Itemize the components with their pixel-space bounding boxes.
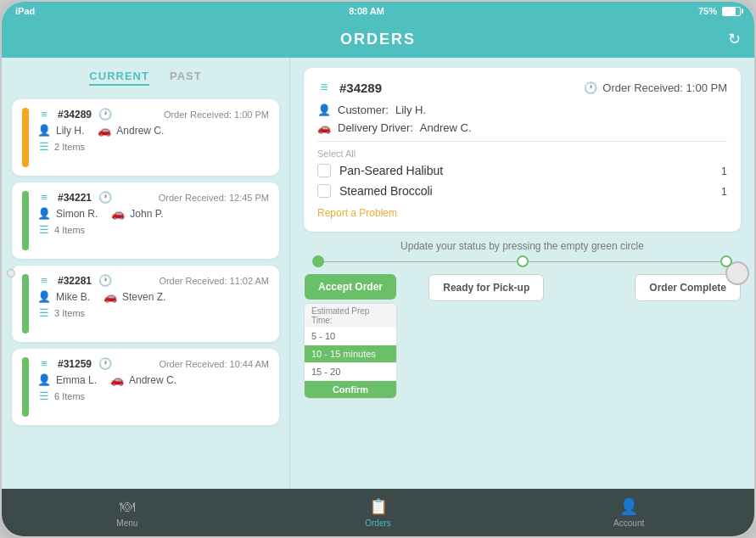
status-bar: iPad 8:08 AM 75% bbox=[2, 2, 754, 20]
items-count-34221: 4 Items bbox=[54, 225, 85, 235]
item-name-0: Pan-Seared Halibut bbox=[339, 164, 443, 177]
order-clock-icon-34221: 🕐 bbox=[98, 191, 112, 204]
tab-current[interactable]: CURRENT bbox=[89, 70, 149, 86]
progress-circle-3[interactable] bbox=[720, 255, 732, 267]
order-time-34289: Order Received: 1:00 PM bbox=[164, 109, 269, 120]
item-row-0[interactable]: Pan-Seared Halibut 1 bbox=[317, 164, 727, 177]
item-checkbox-1[interactable] bbox=[317, 184, 331, 198]
battery-label: 75% bbox=[698, 6, 717, 16]
time-label: 8:08 AM bbox=[349, 6, 384, 16]
ready-for-pickup-button[interactable]: Ready for Pick-up bbox=[428, 274, 544, 301]
order-number-32281: #32281 bbox=[58, 275, 92, 287]
progress-line-1 bbox=[324, 261, 517, 262]
nav-item-orders[interactable]: 📋 Orders bbox=[253, 492, 504, 533]
report-problem-link[interactable]: Report a Problem bbox=[317, 207, 397, 219]
order-number-31259: #31259 bbox=[58, 358, 92, 370]
order-driver-32281: 🚗 Steven Z. bbox=[104, 290, 165, 303]
detail-driver-label: Delivery Driver: bbox=[338, 121, 413, 134]
order-header-row-34221: ≡ #34221 🕐 Order Received: 12:45 PM bbox=[37, 191, 269, 204]
order-time-31259: Order Received: 10:44 AM bbox=[159, 359, 269, 369]
order-doc-icon-34221: ≡ bbox=[37, 191, 51, 204]
prep-time-option-2[interactable]: 15 - 20 bbox=[305, 363, 396, 381]
nav-item-account[interactable]: 👤 Account bbox=[503, 492, 754, 533]
order-number-34289: #34289 bbox=[58, 109, 92, 120]
detail-driver-row: 🚗 Delivery Driver: Andrew C. bbox=[317, 121, 727, 134]
driver-name-34289: Andrew C. bbox=[116, 125, 164, 137]
order-persons-34289: 👤 Lily H. 🚗 Andrew C. bbox=[37, 124, 269, 137]
prep-time-header: Estimated Prep Time: bbox=[305, 304, 396, 328]
nav-label-orders: Orders bbox=[365, 518, 391, 528]
progress-circle-2[interactable] bbox=[517, 255, 529, 267]
status-bar-right: 75% bbox=[698, 6, 741, 16]
order-driver-34221: 🚗 John P. bbox=[111, 207, 163, 220]
items-count-31259: 6 Items bbox=[54, 391, 85, 401]
order-accent-32281 bbox=[22, 274, 29, 333]
app-title: ORDERS bbox=[340, 31, 416, 48]
refresh-icon[interactable]: ↻ bbox=[728, 30, 741, 48]
order-driver-31259: 🚗 Andrew C. bbox=[110, 373, 176, 386]
menu-icon: 🍽 bbox=[120, 498, 135, 516]
status-buttons-container: Accept Order Estimated Prep Time: 5 - 10… bbox=[304, 274, 741, 399]
order-customer-32281: 👤 Mike B. bbox=[37, 290, 90, 303]
app-header: ORDERS ↻ bbox=[2, 20, 754, 58]
order-card-31259[interactable]: ≡ #31259 🕐 Order Received: 10:44 AM 👤 Em… bbox=[12, 349, 279, 425]
detail-doc-icon: ≡ bbox=[317, 80, 331, 95]
confirm-prep-time-button[interactable]: Confirm bbox=[305, 381, 396, 398]
items-count-34289: 2 Items bbox=[54, 142, 85, 152]
orders-icon: 📋 bbox=[369, 497, 388, 516]
order-time-34221: Order Received: 12:45 PM bbox=[159, 193, 269, 203]
person-icon-31259: 👤 bbox=[37, 373, 51, 386]
select-all-label: Select All bbox=[317, 149, 727, 159]
order-header-row-32281: ≡ #32281 🕐 Order Received: 11:02 AM bbox=[37, 274, 269, 287]
order-header-row-34289: ≡ #34289 🕐 Order Received: 1:00 PM bbox=[37, 108, 269, 120]
order-driver-34289: 🚗 Andrew C. bbox=[98, 124, 164, 137]
items-count-32281: 3 Items bbox=[54, 308, 85, 318]
tab-past[interactable]: PAST bbox=[170, 70, 202, 86]
prep-time-option-1[interactable]: 10 - 15 minutes bbox=[305, 345, 396, 363]
item-qty-0: 1 bbox=[721, 165, 727, 177]
customer-name-32281: Mike B. bbox=[56, 291, 90, 303]
order-card-34289[interactable]: ≡ #34289 🕐 Order Received: 1:00 PM 👤 Lil… bbox=[12, 99, 279, 176]
item-row-1[interactable]: Steamed Broccoli 1 bbox=[317, 184, 727, 198]
progress-line-2 bbox=[529, 261, 721, 262]
nav-label-account: Account bbox=[613, 518, 644, 528]
side-button-left[interactable] bbox=[7, 269, 15, 277]
list-icon-32281: ☰ bbox=[37, 306, 51, 319]
left-panel: CURRENT PAST ≡ #34289 🕐 Order Received: … bbox=[2, 58, 290, 489]
divider-1 bbox=[317, 141, 727, 142]
order-accent-31259 bbox=[22, 357, 29, 417]
order-items-34221: ☰ 4 Items bbox=[37, 223, 269, 236]
item-checkbox-0[interactable] bbox=[317, 164, 331, 177]
order-detail-card: ≡ #34289 🕐 Order Received: 1:00 PM 👤 Cus… bbox=[304, 68, 741, 232]
detail-customer-name: Lily H. bbox=[395, 104, 426, 116]
order-card-32281[interactable]: ≡ #32281 🕐 Order Received: 11:02 AM 👤 Mi… bbox=[12, 266, 279, 342]
customer-name-34221: Simon R. bbox=[56, 208, 98, 220]
driver-name-32281: Steven Z. bbox=[122, 291, 165, 303]
detail-car-icon: 🚗 bbox=[317, 121, 331, 134]
right-panel: ≡ #34289 🕐 Order Received: 1:00 PM 👤 Cus… bbox=[290, 58, 754, 489]
detail-header: ≡ #34289 🕐 Order Received: 1:00 PM bbox=[317, 80, 727, 95]
prep-time-box: Estimated Prep Time: 5 - 10 10 - 15 minu… bbox=[304, 303, 397, 399]
status-section: Update your status by pressing the empty… bbox=[304, 240, 741, 399]
detail-customer-row: 👤 Customer: Lily H. bbox=[317, 104, 727, 116]
progress-circle-1[interactable] bbox=[312, 255, 324, 267]
item-qty-1: 1 bbox=[721, 185, 727, 198]
list-icon-34289: ☰ bbox=[37, 140, 51, 153]
ipad-frame: iPad 8:08 AM 75% ORDERS ↻ CURRENT PAST bbox=[0, 0, 756, 538]
bottom-nav: 🍽 Menu 📋 Orders 👤 Account bbox=[2, 489, 754, 536]
customer-name-31259: Emma L. bbox=[56, 374, 97, 386]
order-persons-34221: 👤 Simon R. 🚗 John P. bbox=[37, 207, 269, 220]
detail-order-number: #34289 bbox=[339, 81, 382, 95]
order-items-34289: ☰ 2 Items bbox=[37, 140, 269, 153]
order-doc-icon-34289: ≡ bbox=[37, 108, 51, 120]
prep-time-option-0[interactable]: 5 - 10 bbox=[305, 328, 396, 345]
nav-item-menu[interactable]: 🍽 Menu bbox=[2, 493, 253, 533]
accept-order-button[interactable]: Accept Order bbox=[305, 274, 396, 300]
accept-order-group: Accept Order Estimated Prep Time: 5 - 10… bbox=[304, 274, 397, 399]
order-time-32281: Order Received: 11:02 AM bbox=[159, 276, 269, 286]
order-accent-34221 bbox=[22, 191, 29, 250]
order-complete-button[interactable]: Order Complete bbox=[635, 274, 741, 301]
order-card-34221[interactable]: ≡ #34221 🕐 Order Received: 12:45 PM 👤 Si… bbox=[12, 182, 279, 259]
status-progress-bar bbox=[304, 255, 741, 267]
nav-label-menu: Menu bbox=[116, 518, 137, 528]
